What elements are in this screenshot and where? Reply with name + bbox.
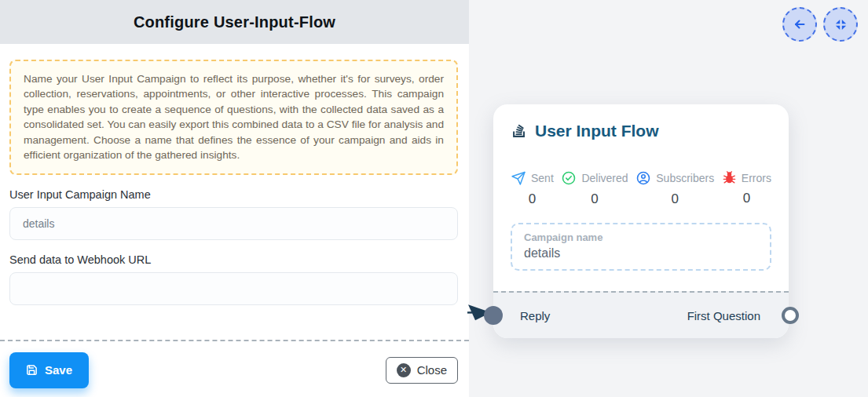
stat-sent: Sent 0: [511, 170, 554, 207]
node-footer: Reply First Question: [493, 291, 789, 338]
configure-dialog: Configure User-Input-Flow Name your User…: [0, 0, 469, 397]
send-icon: [511, 170, 526, 186]
first-question-label: First Question: [687, 309, 760, 322]
node-title-row: User Input Flow: [511, 122, 771, 140]
back-button[interactable]: [782, 7, 817, 42]
save-button-label: Save: [45, 363, 72, 377]
campaign-name-label: User Input Campaign Name: [9, 188, 458, 201]
close-button[interactable]: ✕ Close: [386, 357, 458, 384]
save-icon: [26, 364, 38, 376]
stat-delivered: Delivered 0: [561, 170, 628, 207]
close-button-label: Close: [417, 363, 447, 377]
reply-input-handle[interactable]: [484, 306, 503, 325]
check-circle-icon: [561, 170, 577, 186]
dialog-header: Configure User-Input-Flow: [0, 0, 469, 44]
campaign-name-preview[interactable]: Campaign name details: [511, 223, 771, 271]
stat-subscribers: Subscribers 0: [635, 170, 714, 207]
compress-icon: [834, 18, 848, 31]
stat-value: 0: [743, 191, 750, 206]
fit-view-button[interactable]: [823, 7, 858, 42]
dialog-title: Configure User-Input-Flow: [134, 13, 335, 31]
webhook-url-label: Send data to Webhook URL: [9, 253, 458, 266]
reply-label: Reply: [520, 309, 550, 322]
first-question-output-handle[interactable]: [782, 307, 799, 324]
user-circle-icon: [635, 170, 651, 186]
stat-value: 0: [529, 191, 536, 207]
save-button[interactable]: Save: [9, 352, 89, 388]
campaign-preview-label: Campaign name: [524, 231, 758, 243]
node-title: User Input Flow: [535, 122, 659, 140]
campaign-preview-value: details: [524, 246, 758, 260]
webhook-url-input[interactable]: [9, 272, 458, 305]
stat-label: Delivered: [581, 172, 628, 184]
bug-icon: [722, 170, 737, 185]
arrow-left-icon: [793, 17, 807, 31]
stat-label: Sent: [531, 172, 554, 184]
campaign-info-note: Name your User Input Campaign to reflect…: [9, 60, 458, 175]
stat-errors: Errors 0: [722, 170, 771, 207]
stat-value: 0: [671, 191, 678, 207]
stat-value: 0: [591, 191, 598, 207]
dialog-body: Name your User Input Campaign to reflect…: [0, 44, 469, 388]
stat-label: Subscribers: [656, 172, 714, 184]
campaign-name-input[interactable]: [9, 207, 458, 240]
dialog-actions: Save ✕ Close: [9, 341, 458, 388]
node-body: User Input Flow Sent 0: [493, 104, 789, 291]
flow-builder-screen: Configure User-Input-Flow Name your User…: [0, 0, 868, 397]
stack-icon: [511, 122, 528, 140]
user-input-flow-node[interactable]: User Input Flow Sent 0: [493, 104, 789, 338]
stat-label: Errors: [742, 172, 771, 184]
node-stats: Sent 0 Delivered 0: [511, 170, 771, 207]
close-icon: ✕: [397, 363, 411, 377]
